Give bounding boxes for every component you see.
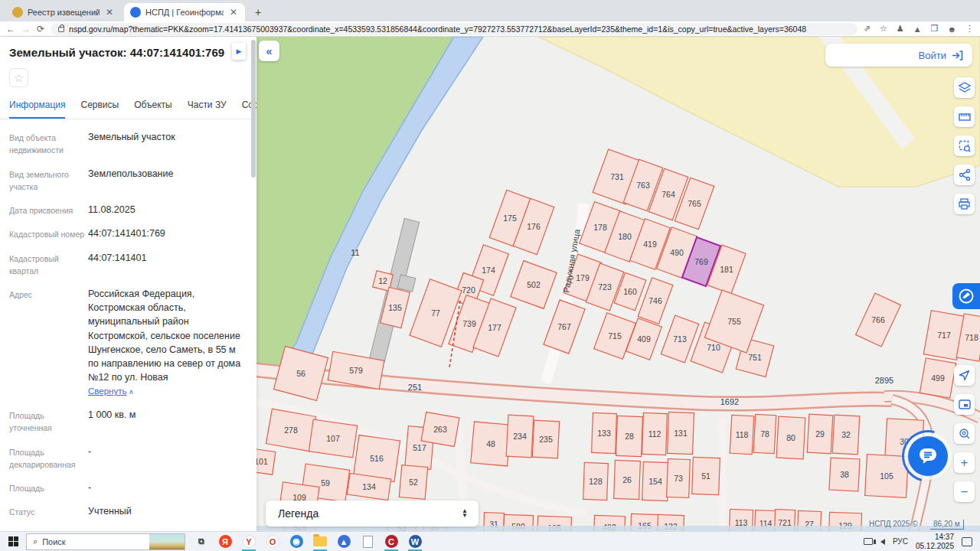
language-indicator[interactable]: РУС (893, 537, 908, 546)
sidebar-tab-3[interactable]: Объекты (134, 99, 172, 119)
geolocation-button[interactable] (954, 365, 975, 386)
area-label-251: 251 (408, 383, 422, 392)
map-area[interactable]: 7317637647651751761781804194907691811745… (256, 37, 980, 531)
parcel-info-panel: Земельный участок: 44:07:141401:769 ☆ Ин… (0, 37, 256, 531)
zoom-out-button[interactable]: − (954, 481, 975, 502)
collapse-caret-icon: ∧ (126, 388, 133, 396)
zoom-in-button[interactable]: + (954, 452, 975, 473)
taskbar-app-explorer[interactable] (310, 533, 330, 551)
opera-icon: O (266, 535, 279, 548)
extension-icon[interactable]: ♟ (897, 24, 904, 34)
address-bar[interactable]: nspd.gov.ru/map?thematic=PKK&zoom=17.414… (51, 23, 858, 35)
word-icon: W (409, 535, 422, 548)
parcel-label-134: 134 (362, 482, 376, 491)
parcel-label-713: 713 (673, 334, 687, 344)
notification-center-icon[interactable] (962, 537, 972, 546)
bookmark-star-icon[interactable]: ☆ (880, 24, 887, 34)
map-canvas[interactable]: 7317637647651751761781804194907691811745… (256, 37, 980, 531)
taskbar-app-notepad[interactable] (358, 533, 377, 551)
parcel-label-105: 105 (880, 471, 893, 481)
profile-icon[interactable]: ☻ (947, 24, 956, 34)
tab1-title: Реестр извещений (28, 8, 100, 17)
field-label: Площадь уточненная (9, 408, 88, 435)
legend-panel[interactable]: Легенда ▲▼ (266, 500, 479, 527)
network-icon[interactable] (864, 538, 873, 545)
taskbar-app-opera[interactable]: O (263, 533, 283, 551)
taskbar-app-yandex-browser[interactable]: Y (239, 533, 259, 551)
parcel-label-717: 717 (937, 331, 951, 340)
clock-time: 14:37 (916, 533, 954, 542)
parcel-label-263: 263 (433, 425, 447, 434)
parcel-label-118: 118 (736, 430, 749, 439)
parcel-label-490: 490 (670, 248, 684, 257)
parcel-label-179: 179 (576, 273, 590, 282)
measure-button[interactable] (954, 106, 975, 127)
layers-button[interactable] (954, 77, 975, 98)
taskbar-clock[interactable]: 14:37 05.12.2025 (916, 533, 954, 550)
new-tab-button[interactable]: + (251, 5, 265, 19)
collapse-sidebar-button[interactable]: « (259, 41, 279, 61)
start-button[interactable] (0, 536, 26, 546)
url-text: nspd.gov.ru/map?thematic=PKK&zoom=17.414… (69, 24, 806, 34)
tabs-scroll-right-button[interactable]: ▶ (232, 43, 246, 60)
taskbar-app-task-view[interactable]: ⧉ (191, 533, 211, 551)
legend-toggle-icon[interactable]: ▲▼ (462, 509, 468, 518)
favorite-star-button[interactable]: ☆ (9, 68, 28, 87)
paint3d-icon: ▲ (338, 535, 351, 548)
sidebar-tab-4[interactable]: Части ЗУ (188, 99, 227, 119)
assistant-icon (958, 288, 975, 305)
taskbar-app-paint3d[interactable]: ▲ (334, 533, 354, 551)
assistant-widget[interactable] (952, 283, 980, 309)
parcel-label-746: 746 (648, 296, 662, 305)
minimap-button[interactable] (954, 394, 975, 415)
tab2-close-icon[interactable]: ✕ (228, 7, 239, 18)
field-row: Вид объекта недвижимостиЗемельный участо… (9, 130, 246, 157)
sidebar-scrollbar[interactable] (251, 40, 256, 178)
browser-tab-1[interactable]: Реестр извещений ✕ (6, 3, 121, 21)
select-area-button[interactable] (954, 135, 975, 156)
print-button[interactable] (954, 194, 975, 214)
taskbar-search[interactable]: ⌕ Поиск (26, 533, 185, 550)
sidebar-tab-2[interactable]: Сервисы (80, 99, 119, 119)
share-button[interactable] (954, 165, 975, 185)
coordinate-search-button[interactable] (954, 423, 975, 444)
parcel-label-112: 112 (648, 429, 662, 439)
taskbar-app-word[interactable]: W (405, 533, 425, 551)
adblock-icon[interactable]: ▲ (913, 24, 922, 34)
browser-urlbar: ← → ⟳ nspd.gov.ru/map?thematic=PKK&zoom=… (0, 21, 980, 37)
taskbar-app-yandex[interactable]: Я (215, 533, 235, 551)
sidebar-tab-1[interactable]: Информация (9, 99, 65, 119)
volume-icon[interactable] (880, 539, 885, 545)
field-value: 44:07:141401 (88, 251, 246, 278)
reload-icon[interactable]: ⟳ (37, 24, 44, 34)
chat-widget-button[interactable] (908, 436, 948, 476)
sidepanel-icon[interactable]: ❒ (931, 24, 939, 34)
back-icon[interactable]: ← (6, 24, 15, 34)
parcel-label-133: 133 (597, 429, 611, 438)
parcel-label-763: 763 (636, 181, 650, 190)
field-value: 11.08.2025 (88, 203, 246, 217)
parcel-label-78: 78 (760, 429, 769, 439)
parcel-label-755: 755 (727, 317, 741, 326)
taskbar-app-chromium-gost[interactable]: C (381, 533, 401, 551)
menu-kebab-icon[interactable]: ⋮ (965, 24, 974, 34)
taskbar-app-defender[interactable]: ◉ (286, 533, 306, 551)
field-label: Вид земельного участка (9, 167, 88, 194)
windows-logo-icon (8, 536, 18, 546)
forward-icon[interactable]: → (21, 24, 31, 34)
browser-tab-2[interactable]: НСПД | Геоинформационный п ✕ (124, 3, 245, 21)
tab1-close-icon[interactable]: ✕ (104, 7, 115, 18)
share-icon[interactable]: ⇗ (864, 24, 871, 34)
parcel-label-29: 29 (815, 429, 825, 439)
printer-icon (959, 198, 970, 210)
parcel-label-28: 28 (625, 432, 634, 441)
field-label: Адрес (9, 287, 88, 398)
parcel-title: Земельный участок: 44:07:141401:769 (0, 37, 256, 67)
chromium-gost-icon: C (385, 535, 398, 548)
login-button[interactable]: Войти (825, 44, 972, 67)
clock-date: 05.12.2025 (916, 542, 954, 551)
parcel-label-715: 715 (608, 331, 622, 341)
windows-taskbar: ⌕ Поиск ⧉ЯYO◉▲CW РУС 14:37 05.12.2025 (0, 531, 980, 551)
ruler-icon (959, 112, 971, 122)
collapse-address-link[interactable]: Свернуть (88, 386, 126, 396)
